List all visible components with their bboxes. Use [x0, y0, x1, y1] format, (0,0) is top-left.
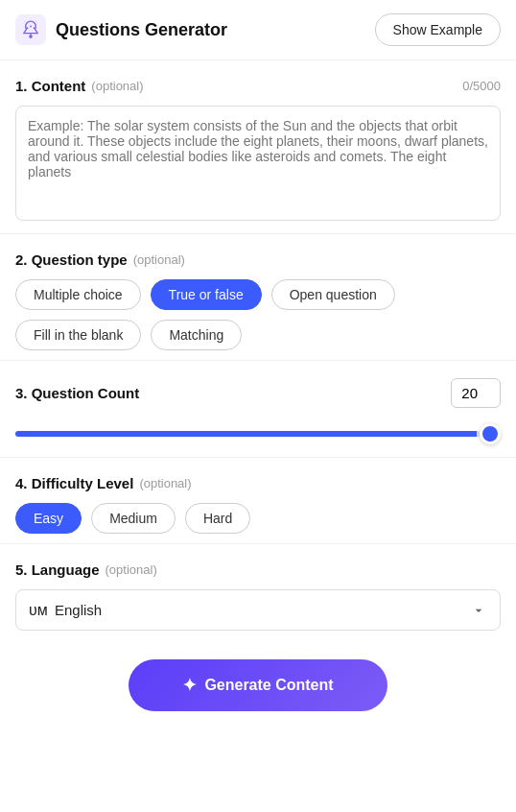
- difficulty-section: 4. Difficulty Level (optional) Easy Medi…: [0, 458, 516, 544]
- language-select-wrapper: υм English Spanish French German Portugu…: [15, 589, 501, 631]
- svg-point-4: [30, 26, 32, 28]
- header: Questions Generator Show Example: [0, 0, 516, 60]
- svg-rect-0: [15, 14, 46, 45]
- language-select[interactable]: English Spanish French German Portuguese…: [15, 589, 501, 631]
- question-type-label: 2. Question type (optional): [15, 251, 501, 268]
- chip-true-or-false[interactable]: True or false: [151, 279, 262, 310]
- content-section: 1. Content (optional) 0/5000: [0, 60, 516, 234]
- page-title: Questions Generator: [56, 20, 227, 40]
- chip-fill-in-the-blank[interactable]: Fill in the blank: [15, 320, 141, 350]
- difficulty-label: 4. Difficulty Level (optional): [15, 475, 501, 491]
- chip-multiple-choice[interactable]: Multiple choice: [15, 279, 141, 310]
- svg-point-5: [34, 27, 35, 29]
- question-type-chips: Multiple choice True or false Open quest…: [15, 279, 501, 350]
- language-section: 5. Language (optional) υм English Spanis…: [0, 544, 516, 640]
- difficulty-chips: Easy Medium Hard: [15, 503, 501, 534]
- language-label: 5. Language (optional): [15, 561, 501, 578]
- difficulty-optional: (optional): [139, 476, 191, 490]
- content-textarea[interactable]: [15, 106, 501, 221]
- content-label: 1. Content (optional) 0/5000: [15, 78, 501, 94]
- question-type-optional: (optional): [133, 252, 185, 267]
- generate-button[interactable]: ✦ Generate Content: [129, 659, 387, 711]
- language-optional: (optional): [106, 562, 157, 577]
- svg-point-3: [27, 27, 29, 29]
- chip-medium[interactable]: Medium: [91, 503, 176, 534]
- chip-hard[interactable]: Hard: [185, 503, 250, 534]
- svg-point-1: [29, 35, 33, 38]
- chip-easy[interactable]: Easy: [15, 503, 82, 534]
- brain-icon: [15, 14, 46, 45]
- question-count-slider[interactable]: [15, 431, 501, 437]
- question-count-row: 3. Question Count: [15, 378, 501, 408]
- question-count-input[interactable]: [451, 378, 501, 408]
- chip-matching[interactable]: Matching: [151, 320, 242, 350]
- slider-container: [15, 419, 501, 447]
- show-example-button[interactable]: Show Example: [375, 13, 501, 46]
- sparkle-icon: ✦: [182, 675, 197, 696]
- question-count-label: 3. Question Count: [15, 385, 139, 401]
- generate-btn-row: ✦ Generate Content: [0, 640, 516, 730]
- content-count: 0/5000: [462, 79, 501, 93]
- content-optional: (optional): [91, 79, 143, 93]
- question-count-section: 3. Question Count: [0, 361, 516, 458]
- generate-button-label: Generate Content: [204, 677, 333, 694]
- header-left: Questions Generator: [15, 14, 227, 45]
- chip-open-question[interactable]: Open question: [271, 279, 395, 310]
- question-type-section: 2. Question type (optional) Multiple cho…: [0, 234, 516, 361]
